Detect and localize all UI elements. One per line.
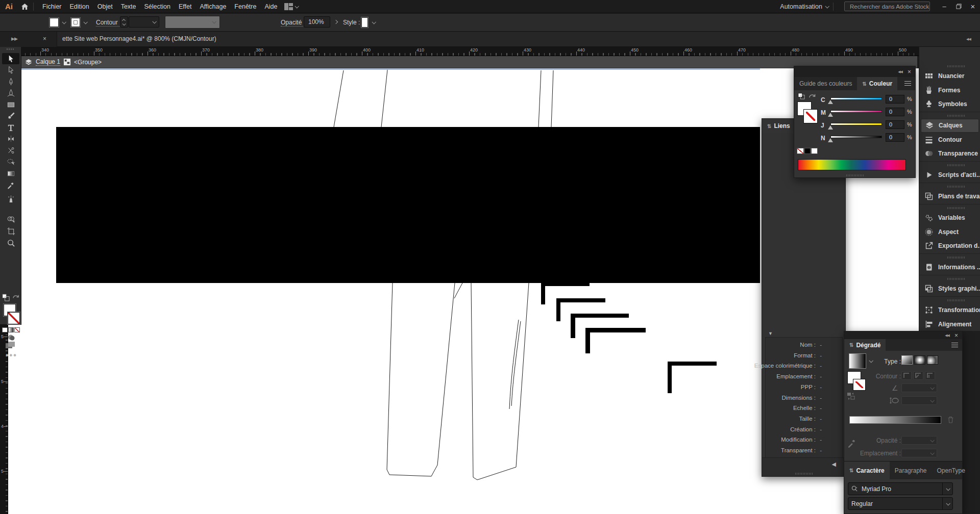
restore-button[interactable] [951,1,966,12]
opacity-input[interactable]: 100% [304,16,330,28]
shaper-tool[interactable] [4,157,18,168]
horizontal-ruler[interactable]: 3403503603703803904004104204304404504604… [21,47,980,56]
reverse-gradient-icon[interactable] [847,392,855,400]
font-style-field[interactable]: Regular [848,497,953,510]
aspect-ratio-dropdown[interactable] [901,396,937,405]
dock-item-formes[interactable]: Formes [921,83,979,97]
home-icon[interactable] [21,3,29,10]
gradient-ramp[interactable] [849,416,941,424]
rectangle-tool[interactable] [4,99,18,110]
menu-effet[interactable]: Effet [175,3,195,10]
opacity-label[interactable]: Opacité : [281,19,305,27]
screen-mode-icon[interactable] [5,341,16,349]
curvature-tool[interactable] [4,88,18,99]
reflect-tool[interactable] [4,134,18,145]
dock-drag-handle[interactable] [947,164,965,166]
black-swatch[interactable] [804,148,811,154]
dock-item-exportation-d-[interactable]: Exportation d... [921,239,979,253]
panel-close-icon[interactable]: × [43,35,46,42]
gradient-preset-chevron-icon[interactable] [869,358,873,363]
menu-edition[interactable]: Edition [66,3,93,10]
gradient-mode-button[interactable] [8,327,14,332]
linear-gradient-button[interactable] [901,355,913,365]
tab-opentype[interactable]: OpenType [932,461,970,479]
liens-resize-handle[interactable] [795,473,813,475]
menu-objet[interactable]: Objet [93,3,117,10]
slider-value-input[interactable]: 0 [886,133,904,142]
slider-track[interactable] [830,123,882,125]
delete-stop-icon[interactable] [947,415,954,424]
stroke-proxy-swatch[interactable] [7,312,20,325]
paintbrush-tool[interactable] [4,111,18,122]
artboard-tool[interactable] [4,225,18,237]
workspace-chevron-icon[interactable] [825,4,829,8]
stop-location-dropdown[interactable] [901,449,937,457]
swap-fill-stroke-icon[interactable] [12,294,20,300]
shape-builder-tool[interactable] [4,214,18,225]
stroke-weight-stepper[interactable] [120,16,128,28]
stroke-weight-label[interactable]: Contour : [96,19,121,27]
degrade-close-icon[interactable]: × [954,332,958,339]
none-mode-button[interactable] [14,327,20,332]
dock-item-transparence[interactable]: Transparence [921,147,979,161]
dock-item-symboles[interactable]: Symboles [921,97,979,111]
dock-item-aspect[interactable]: Aspect [921,225,979,239]
stroke-within-button[interactable] [901,371,912,380]
slider-thumb-icon[interactable] [828,113,833,117]
expand-panel-icon[interactable]: ▶▶ [11,36,17,41]
freeform-gradient-button[interactable] [927,355,938,365]
slider-track[interactable] [830,110,882,113]
menu-fenêtre[interactable]: Fenêtre [230,3,260,10]
tab-guide-des-couleurs[interactable]: Guide des couleurs [794,77,857,90]
fill-color-chevron-icon[interactable] [60,17,67,28]
type-tool[interactable] [4,122,18,133]
go-to-link-icon[interactable]: ◀ [832,461,836,468]
dock-item-variables[interactable]: Variables [921,211,979,225]
more-tools-icon[interactable]: ••• [6,351,17,360]
degrade-stroke-proxy[interactable] [853,379,866,391]
dock-collapse-icon[interactable]: ◀◀ [966,37,971,41]
font-family-field[interactable]: Myriad Pro [848,482,953,495]
couleur-menu-icon[interactable] [904,81,911,86]
dock-drag-handle[interactable] [947,115,965,117]
toolbar-drag-handle[interactable] [7,48,15,50]
slider-thumb-icon[interactable] [828,125,833,130]
gradient-preview-swatch[interactable] [849,353,866,369]
dock-item-transformation[interactable]: Transformation [921,303,979,317]
scissors-tool[interactable] [4,145,18,156]
dock-drag-handle[interactable] [947,256,965,259]
selection-tool[interactable] [2,53,19,64]
stock-search-input[interactable]: Rechercher dans Adobe Stock [844,2,930,11]
brush-definition-dropdown[interactable] [165,16,220,29]
gradient-tool[interactable] [4,168,18,179]
graphic-style-swatch[interactable] [361,17,369,28]
slider-value-input[interactable]: 0 [886,120,904,129]
slider-track[interactable] [830,97,882,100]
slider-thumb-icon[interactable] [828,138,833,142]
tab-paragraphe[interactable]: Paragraphe [890,461,932,479]
menu-texte[interactable]: Texte [117,3,140,10]
workspace-switcher-icon[interactable] [284,3,298,10]
slider-track[interactable] [830,136,882,138]
slider-value-input[interactable]: 0 [886,108,904,116]
dock-item-scripts-d-acti-[interactable]: Scripts d'acti... [921,168,979,182]
angle-dropdown[interactable] [901,383,937,392]
degrade-menu-icon[interactable] [951,343,958,347]
slider-thumb-icon[interactable] [828,100,833,104]
stroke-color-swatch[interactable] [70,17,81,28]
menu-sélection[interactable]: Sélection [140,3,175,10]
menu-affichage[interactable]: Affichage [195,3,230,10]
none-swatch[interactable] [797,148,804,154]
radial-gradient-button[interactable] [914,355,925,365]
menu-aide[interactable]: Aide [260,3,281,10]
dock-drag-handle[interactable] [947,299,965,301]
fill-color-swatch[interactable] [49,17,59,28]
stroke-along-button[interactable] [913,371,923,380]
eyedropper-tool[interactable] [4,179,18,191]
pen-tool[interactable] [4,76,18,87]
color-spectrum-bar[interactable] [798,159,906,170]
direct-selection-tool[interactable] [4,65,18,76]
layer-name[interactable]: Calque 1 [36,58,60,66]
tab-caractere[interactable]: ⇅Caractère [844,461,890,479]
couleur-close-icon[interactable]: × [908,68,911,75]
